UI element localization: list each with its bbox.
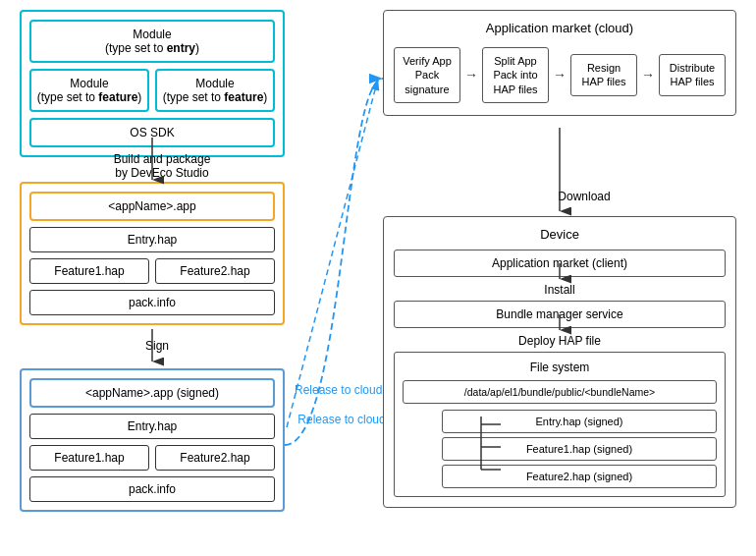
entry-hap-signed-box: Entry.hap <box>29 414 275 439</box>
app-pack-yellow-section: <appName>.app Entry.hap Feature1.hap Fea… <box>20 182 285 325</box>
module-entry-type: (type set to entry) <box>105 41 199 55</box>
file-system-title: File system <box>403 361 717 374</box>
module-feature1-label: Module(type set to feature) <box>37 77 142 104</box>
feature2-signed-file-box: Feature2.hap (signed) <box>442 465 717 488</box>
feature2-signed-file-label: Feature2.hap (signed) <box>526 471 632 482</box>
bundle-manager-label: Bundle manager service <box>496 307 622 321</box>
app-name-signed-label: <appName>.app (signed) <box>85 386 219 400</box>
install-label-text: Install <box>544 283 574 297</box>
device-section: Device Application market (client) Insta… <box>383 216 736 508</box>
feature1-hap-signed-label: Feature1.hap <box>54 451 124 465</box>
arrow-icon-1: → <box>464 67 478 83</box>
module-feature2-label: Module(type set to feature) <box>163 77 268 104</box>
hap-row-yellow: Feature1.hap Feature2.hap <box>29 258 275 284</box>
install-label: Install <box>394 283 726 297</box>
pack-info-signed-label: pack.info <box>129 482 176 496</box>
cloud-step-distribute-label: Distribute HAP files <box>670 62 715 87</box>
deploy-label: Deploy HAP file <box>394 334 726 348</box>
os-sdk-label: OS SDK <box>130 126 174 139</box>
device-title-text: Device <box>540 227 579 242</box>
entry-signed-file-label: Entry.hap (signed) <box>535 416 622 427</box>
pack-info-yellow-box: pack.info <box>29 290 275 315</box>
cloud-steps: Verify App Pack signature → Split App Pa… <box>394 47 726 103</box>
release-to-cloud-label: Release to cloud <box>295 383 382 397</box>
app-market-client-label: Application market (client) <box>492 256 627 270</box>
entry-signed-file-box: Entry.hap (signed) <box>442 410 717 433</box>
feature1-signed-file-label: Feature1.hap (signed) <box>526 443 632 455</box>
entry-hap-yellow-box: Entry.hap <box>29 227 275 252</box>
cloud-step-resign-label: Resign HAP files <box>581 62 625 87</box>
feature2-hap-signed-box: Feature2.hap <box>155 445 275 471</box>
feature1-signed-file-box: Feature1.hap (signed) <box>442 437 717 461</box>
app-name-yellow-label: <appName>.app <box>108 199 195 213</box>
build-label-text: Build and packageby DevEco Studio <box>114 152 211 180</box>
module-entry-label: Module <box>133 28 171 41</box>
feature1-hap-yellow-box: Feature1.hap <box>29 258 149 284</box>
module-section: Module (type set to entry) Module(type s… <box>20 10 285 157</box>
download-label-text: Download <box>558 190 610 203</box>
feature1-hap-yellow-label: Feature1.hap <box>54 264 124 278</box>
pack-info-signed-box: pack.info <box>29 476 275 502</box>
hap-row-signed: Feature1.hap Feature2.hap <box>29 445 275 471</box>
device-title: Device <box>394 227 726 242</box>
release-to-cloud-text: Release to cloud <box>295 383 382 397</box>
app-name-yellow-box: <appName>.app <box>29 192 275 221</box>
module-features-row: Module(type set to feature) Module(type … <box>29 69 275 112</box>
app-name-signed-box: <appName>.app (signed) <box>29 378 275 408</box>
entry-hap-signed-label: Entry.hap <box>128 419 177 433</box>
feature2-hap-signed-label: Feature2.hap <box>180 451 249 465</box>
bundle-path-label: /data/ap/el1/bundle/public/<bundleName> <box>464 386 655 398</box>
feature2-hap-yellow-label: Feature2.hap <box>180 264 249 278</box>
svg-line-5 <box>287 79 378 427</box>
build-label: Build and packageby DevEco Studio <box>64 152 260 180</box>
cloud-title: Application market (cloud) <box>394 21 726 35</box>
module-feature1-box: Module(type set to feature) <box>29 69 149 112</box>
signed-files-list: Entry.hap (signed) Feature1.hap (signed)… <box>403 410 717 488</box>
feature1-hap-signed-box: Feature1.hap <box>29 445 149 471</box>
release-label-text: Release to cloud <box>297 413 385 426</box>
cloud-step-resign: Resign HAP files <box>570 54 637 96</box>
bundle-path-box: /data/ap/el1/bundle/public/<bundleName> <box>403 380 717 404</box>
release-label: Release to cloud <box>293 413 391 426</box>
os-sdk-box: OS SDK <box>29 118 275 147</box>
cloud-step-verify: Verify App Pack signature <box>394 47 460 103</box>
cloud-title-text: Application market (cloud) <box>486 21 633 35</box>
diagram: Module (type set to entry) Module(type s… <box>0 0 756 556</box>
bundle-manager-box: Bundle manager service <box>394 301 726 328</box>
arrow-icon-3: → <box>641 67 655 83</box>
app-signed-blue-section: <appName>.app (signed) Entry.hap Feature… <box>20 368 285 512</box>
deploy-label-text: Deploy HAP file <box>518 334 601 348</box>
cloud-step-distribute: Distribute HAP files <box>659 54 726 96</box>
cloud-section: Application market (cloud) Verify App Pa… <box>383 10 736 116</box>
module-entry-box: Module (type set to entry) <box>29 20 275 63</box>
module-feature2-box: Module(type set to feature) <box>155 69 275 112</box>
cloud-step-verify-label: Verify App Pack signature <box>403 55 452 95</box>
pack-info-yellow-label: pack.info <box>129 296 176 309</box>
entry-hap-yellow-label: Entry.hap <box>128 233 177 247</box>
feature2-hap-yellow-box: Feature2.hap <box>155 258 275 284</box>
file-system-title-text: File system <box>530 361 590 374</box>
sign-label: Sign <box>118 339 196 353</box>
app-market-client-box: Application market (client) <box>394 250 726 277</box>
arrow-icon-2: → <box>553 67 567 83</box>
cloud-step-split: Split App Pack into HAP files <box>482 47 549 103</box>
cloud-step-split-label: Split App Pack into HAP files <box>493 55 537 95</box>
sign-label-text: Sign <box>145 339 169 353</box>
file-system-section: File system /data/ap/el1/bundle/public/<… <box>394 352 726 497</box>
download-label: Download <box>545 190 623 203</box>
